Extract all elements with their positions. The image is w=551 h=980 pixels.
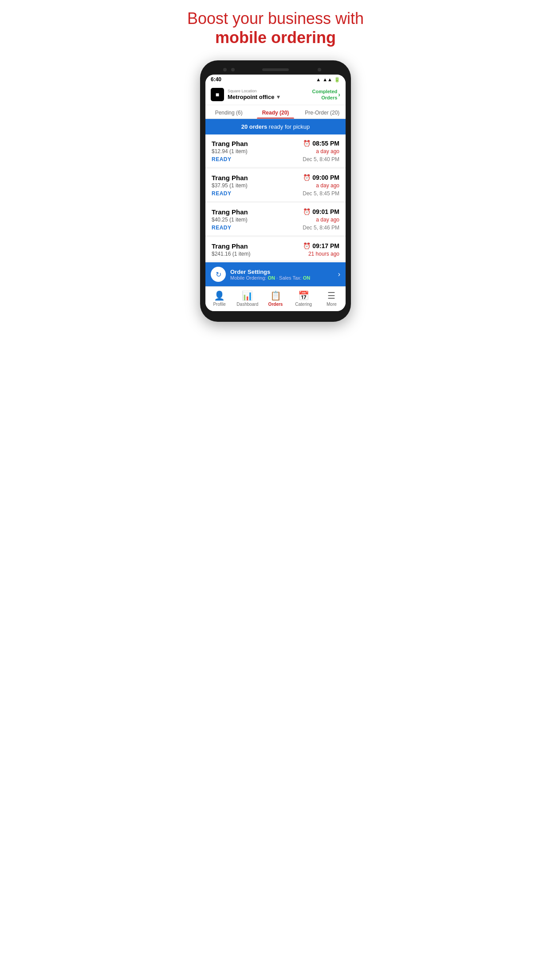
profile-icon: 👤	[214, 290, 225, 301]
pickup-banner: 20 orders ready for pickup	[205, 119, 346, 134]
order-time: 09:01 PM	[312, 208, 339, 215]
completed-orders-label: CompletedOrders	[312, 88, 337, 101]
order-card[interactable]: Trang Phan ⏰ 09:00 PM $37.95 (1 item) a …	[205, 169, 346, 201]
nav-label-dashboard: Dashboard	[236, 302, 258, 307]
headline-line2: mobile ordering	[187, 28, 364, 47]
order-name: Trang Phan	[212, 242, 248, 250]
phone-notch	[205, 68, 346, 71]
order-price: $12.94 (1 item)	[212, 148, 248, 154]
order-relative-time: a day ago	[316, 148, 339, 154]
orders-list: Trang Phan ⏰ 08:55 PM $12.94 (1 item) a …	[205, 134, 346, 261]
ready-badge: READY	[212, 190, 232, 197]
tabs-bar: Pending (6) Ready (20) Pre-Order (20)	[205, 105, 346, 119]
location-label: Square Location	[228, 89, 280, 93]
nav-label-more: More	[327, 302, 337, 307]
alarm-icon: ⏰	[303, 208, 311, 215]
location-text: Square Location Metropoint office ▾	[228, 89, 280, 100]
order-time-area: ⏰ 09:00 PM	[303, 174, 339, 181]
tab-pending[interactable]: Pending (6)	[205, 105, 252, 119]
completed-orders-link[interactable]: CompletedOrders ›	[312, 88, 340, 101]
order-price: $37.95 (1 item)	[212, 182, 248, 189]
alarm-icon: ⏰	[303, 174, 311, 181]
battery-icon: 🔋	[334, 77, 340, 83]
phone-speaker	[262, 68, 289, 71]
order-relative-time: a day ago	[316, 217, 339, 223]
status-bar: 6:40 ▲ ▲▲ 🔋	[205, 75, 346, 84]
alarm-icon: ⏰	[303, 242, 311, 249]
location-name: Metropoint office	[228, 94, 274, 100]
camera-right-icon	[231, 68, 235, 71]
orders-icon: 📋	[270, 290, 281, 301]
more-icon: ☰	[327, 290, 335, 301]
tab-preorder[interactable]: Pre-Order (20)	[299, 105, 346, 119]
order-price: $241.16 (1 item)	[212, 251, 250, 257]
settings-title: Order Settings	[230, 269, 334, 275]
nav-label-orders: Orders	[268, 302, 283, 307]
dropdown-arrow-icon[interactable]: ▾	[277, 93, 280, 100]
settings-chevron-icon: ›	[338, 270, 340, 278]
settings-text: Order Settings Mobile Ordering: ON · Sal…	[230, 269, 334, 281]
nav-item-orders[interactable]: 📋 Orders	[261, 288, 289, 308]
order-name: Trang Phan	[212, 208, 248, 216]
order-date: Dec 5, 8:46 PM	[303, 225, 339, 231]
status-time: 6:40	[211, 76, 221, 83]
order-date: Dec 5, 8:40 PM	[303, 156, 339, 162]
order-time: 09:17 PM	[312, 242, 339, 249]
completed-orders-chevron-icon: ›	[338, 91, 340, 98]
order-date: Dec 5, 8:45 PM	[303, 190, 339, 197]
headline: Boost your business with mobile ordering	[178, 9, 373, 47]
ready-badge: READY	[212, 225, 232, 231]
order-name: Trang Phan	[212, 174, 248, 182]
tab-ready[interactable]: Ready (20)	[252, 105, 299, 119]
wifi-icon: ▲	[316, 77, 321, 82]
camera-left-icon	[223, 68, 227, 71]
phone-device: 6:40 ▲ ▲▲ 🔋 ■ Square Location Me	[200, 60, 351, 322]
ready-badge: READY	[212, 156, 232, 162]
settings-bar[interactable]: ↻ Order Settings Mobile Ordering: ON · S…	[205, 262, 346, 286]
nav-item-catering[interactable]: 📅 Catering	[290, 288, 318, 308]
catering-icon: 📅	[298, 290, 309, 301]
page-wrapper: Boost your business with mobile ordering…	[151, 9, 400, 322]
order-price: $40.25 (1 item)	[212, 217, 248, 223]
square-logo: ■	[211, 88, 224, 101]
status-icons: ▲ ▲▲ 🔋	[316, 77, 340, 83]
order-name: Trang Phan	[212, 140, 248, 147]
pickup-text: ready for pickup	[267, 123, 310, 130]
order-time-area: ⏰ 09:17 PM	[303, 242, 339, 249]
order-time-area: ⏰ 09:01 PM	[303, 208, 339, 215]
order-time-area: ⏰ 08:55 PM	[303, 140, 339, 147]
alarm-icon: ⏰	[303, 140, 311, 147]
nav-label-profile: Profile	[213, 302, 225, 307]
location-area[interactable]: ■ Square Location Metropoint office ▾	[211, 88, 280, 101]
phone-screen: 6:40 ▲ ▲▲ 🔋 ■ Square Location Me	[205, 75, 346, 311]
order-card[interactable]: Trang Phan ⏰ 09:17 PM $241.16 (1 item) 2…	[205, 237, 346, 261]
nav-label-catering: Catering	[295, 302, 312, 307]
front-camera-icon	[318, 68, 321, 71]
nav-item-dashboard[interactable]: 📊 Dashboard	[233, 288, 261, 308]
headline-line1: Boost your business with	[187, 9, 364, 28]
signal-icon: ▲▲	[323, 77, 332, 82]
order-relative-time: a day ago	[316, 182, 339, 189]
order-card[interactable]: Trang Phan ⏰ 09:01 PM $40.25 (1 item) a …	[205, 203, 346, 235]
order-time: 08:55 PM	[312, 140, 339, 147]
order-time: 09:00 PM	[312, 174, 339, 181]
refresh-icon[interactable]: ↻	[211, 267, 226, 282]
order-card[interactable]: Trang Phan ⏰ 08:55 PM $12.94 (1 item) a …	[205, 134, 346, 167]
pickup-count: 20 orders	[241, 123, 268, 130]
order-relative-time: 21 hours ago	[308, 251, 339, 257]
dashboard-icon: 📊	[242, 290, 253, 301]
bottom-nav: 👤 Profile 📊 Dashboard 📋 Orders 📅 Caterin…	[205, 286, 346, 311]
app-header: ■ Square Location Metropoint office ▾ Co…	[205, 84, 346, 105]
nav-item-more[interactable]: ☰ More	[318, 288, 346, 308]
settings-subtitle: Mobile Ordering: ON · Sales Tax: ON	[230, 275, 334, 281]
nav-item-profile[interactable]: 👤 Profile	[205, 288, 233, 308]
